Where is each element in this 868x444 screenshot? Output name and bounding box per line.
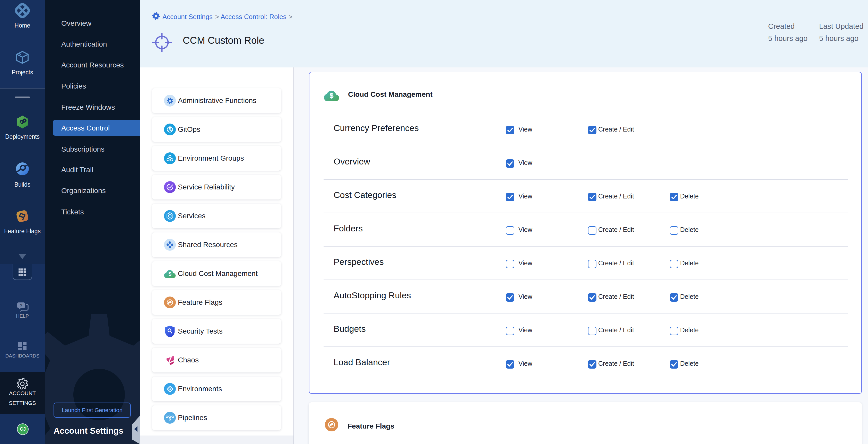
svg-text:$: $ [330,92,333,100]
svg-text:?: ? [20,303,22,308]
svg-text:$: $ [168,271,172,277]
